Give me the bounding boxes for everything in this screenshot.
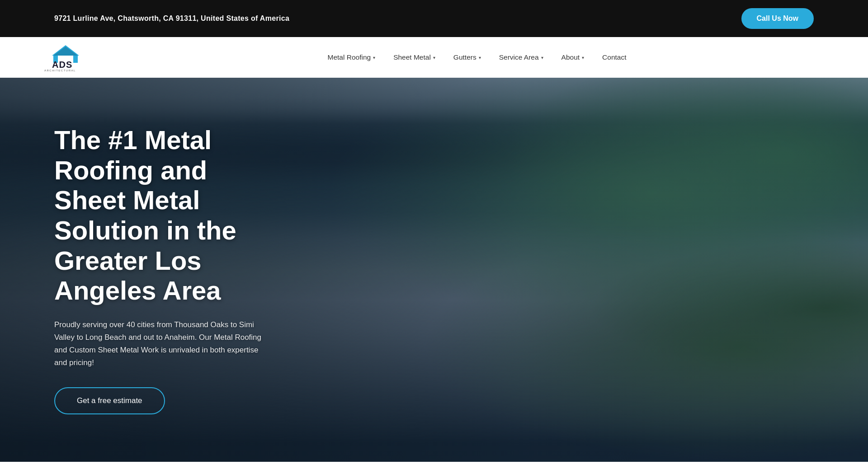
svg-text:ARCHITECTURAL: ARCHITECTURAL bbox=[44, 69, 76, 72]
svg-rect-4 bbox=[68, 51, 71, 56]
top-bar: 9721 Lurline Ave, Chatsworth, CA 91311, … bbox=[0, 0, 868, 37]
nav-label-about: About bbox=[561, 53, 580, 61]
nav-label-contact: Contact bbox=[602, 53, 626, 61]
svg-rect-3 bbox=[73, 56, 78, 63]
hero-subtitle: Proudly serving over 40 cities from Thou… bbox=[54, 319, 271, 369]
navbar: ADS ARCHITECTURAL SHEET METAL Metal Roof… bbox=[0, 37, 868, 78]
nav-item-sheet-metal[interactable]: Sheet Metal ▾ bbox=[386, 49, 443, 66]
nav-link-metal-roofing[interactable]: Metal Roofing ▾ bbox=[320, 49, 382, 66]
nav-link-sheet-metal[interactable]: Sheet Metal ▾ bbox=[386, 49, 443, 66]
hero-content: The #1 Metal Roofing and Sheet Metal Sol… bbox=[0, 125, 326, 414]
nav-label-gutters: Gutters bbox=[453, 53, 476, 61]
logo-svg: ADS ARCHITECTURAL SHEET METAL bbox=[36, 43, 95, 72]
nav-link-gutters[interactable]: Gutters ▾ bbox=[446, 49, 488, 66]
nav-label-metal-roofing: Metal Roofing bbox=[327, 53, 371, 61]
chevron-down-icon: ▾ bbox=[373, 55, 375, 60]
nav-item-service-area[interactable]: Service Area ▾ bbox=[492, 49, 551, 66]
nav-item-about[interactable]: About ▾ bbox=[554, 49, 592, 66]
chevron-down-icon: ▾ bbox=[582, 55, 584, 60]
call-us-button[interactable]: Call Us Now bbox=[741, 8, 814, 29]
hero-title: The #1 Metal Roofing and Sheet Metal Sol… bbox=[54, 125, 271, 306]
hero-section: The #1 Metal Roofing and Sheet Metal Sol… bbox=[0, 78, 868, 462]
nav-item-gutters[interactable]: Gutters ▾ bbox=[446, 49, 488, 66]
chevron-down-icon: ▾ bbox=[433, 55, 435, 60]
nav-label-sheet-metal: Sheet Metal bbox=[393, 53, 431, 61]
address-text: 9721 Lurline Ave, Chatsworth, CA 91311, … bbox=[54, 14, 289, 23]
nav-item-metal-roofing[interactable]: Metal Roofing ▾ bbox=[320, 49, 382, 66]
nav-link-contact[interactable]: Contact bbox=[595, 49, 633, 66]
svg-text:ADS: ADS bbox=[52, 60, 72, 70]
nav-link-service-area[interactable]: Service Area ▾ bbox=[492, 49, 551, 66]
chevron-down-icon: ▾ bbox=[479, 55, 481, 60]
hero-cta-button[interactable]: Get a free estimate bbox=[54, 387, 165, 414]
nav-item-contact[interactable]: Contact bbox=[595, 49, 633, 66]
nav-menu: Metal Roofing ▾ Sheet Metal ▾ Gutters ▾ … bbox=[122, 49, 832, 66]
svg-marker-1 bbox=[53, 47, 78, 56]
chevron-down-icon: ▾ bbox=[541, 55, 543, 60]
nav-label-service-area: Service Area bbox=[499, 53, 539, 61]
logo[interactable]: ADS ARCHITECTURAL SHEET METAL bbox=[36, 43, 95, 72]
nav-link-about[interactable]: About ▾ bbox=[554, 49, 592, 66]
